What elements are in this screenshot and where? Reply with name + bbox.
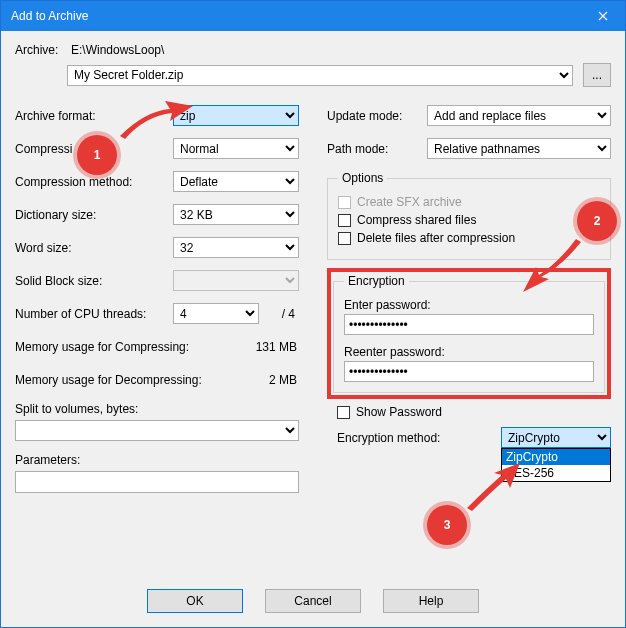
mem-compress-value: 131 MB — [256, 340, 299, 354]
mem-decompress-value: 2 MB — [269, 373, 299, 387]
cpu-threads-select[interactable]: 4 — [173, 303, 259, 324]
split-volumes-label: Split to volumes, bytes: — [15, 402, 138, 416]
dictionary-size-label: Dictionary size: — [15, 208, 173, 222]
update-mode-select[interactable]: Add and replace files — [427, 105, 611, 126]
solid-block-select — [173, 270, 299, 291]
archive-path-row: Archive: E:\WindowsLoop\ — [15, 43, 611, 57]
cpu-threads-label: Number of CPU threads: — [15, 307, 173, 321]
compression-method-select[interactable]: Deflate — [173, 171, 299, 192]
parameters-input[interactable] — [15, 471, 299, 493]
cancel-button[interactable]: Cancel — [265, 589, 361, 613]
ok-button[interactable]: OK — [147, 589, 243, 613]
dictionary-size-select[interactable]: 32 KB — [173, 204, 299, 225]
archive-path: E:\WindowsLoop\ — [67, 43, 611, 57]
solid-block-label: Solid Block size: — [15, 274, 173, 288]
word-size-select[interactable]: 32 — [173, 237, 299, 258]
annotation-arrow-1 — [115, 101, 195, 144]
split-volumes-select[interactable] — [15, 420, 299, 441]
encryption-method-label: Encryption method: — [337, 431, 493, 445]
enter-password-label: Enter password: — [344, 298, 594, 312]
options-legend: Options — [338, 171, 387, 185]
path-mode-label: Path mode: — [327, 142, 427, 156]
left-column: Archive format: zip Compressi Normal Com… — [15, 105, 299, 493]
help-button[interactable]: Help — [383, 589, 479, 613]
ellipsis-icon: ... — [592, 68, 602, 82]
encryption-method-select[interactable]: ZipCrypto — [501, 427, 611, 448]
annotation-badge-2: 2 — [577, 201, 617, 241]
update-mode-label: Update mode: — [327, 109, 427, 123]
enter-password-input[interactable] — [344, 314, 594, 335]
compression-method-label: Compression method: — [15, 175, 173, 189]
close-icon — [598, 11, 608, 21]
archive-label: Archive: — [15, 43, 67, 57]
content-area: Archive: E:\WindowsLoop\ My Secret Folde… — [1, 31, 625, 571]
show-password-checkbox[interactable]: Show Password — [337, 405, 611, 419]
cpu-threads-total: / 4 — [259, 307, 295, 321]
reenter-password-input[interactable] — [344, 361, 594, 382]
annotation-arrow-2 — [521, 237, 591, 300]
window-title: Add to Archive — [11, 9, 88, 23]
annotation-badge-3: 3 — [427, 505, 467, 545]
archive-filename-select[interactable]: My Secret Folder.zip — [67, 65, 573, 86]
sfx-checkbox: Create SFX archive — [338, 195, 600, 209]
button-bar: OK Cancel Help — [1, 589, 625, 613]
mem-decompress-label: Memory usage for Decompressing: — [15, 373, 269, 387]
word-size-label: Word size: — [15, 241, 173, 255]
path-mode-select[interactable]: Relative pathnames — [427, 138, 611, 159]
encryption-legend: Encryption — [344, 274, 409, 288]
close-button[interactable] — [581, 1, 625, 31]
right-column: Update mode: Add and replace files Path … — [327, 105, 611, 493]
annotation-badge-1: 1 — [77, 135, 117, 175]
archive-file-row: My Secret Folder.zip ... — [15, 63, 611, 87]
annotation-arrow-3 — [462, 463, 522, 516]
reenter-password-label: Reenter password: — [344, 345, 594, 359]
titlebar: Add to Archive — [1, 1, 625, 31]
browse-button[interactable]: ... — [583, 63, 611, 87]
compress-shared-checkbox[interactable]: Compress shared files — [338, 213, 600, 227]
mem-compress-label: Memory usage for Compressing: — [15, 340, 256, 354]
dialog-window: Add to Archive Archive: E:\WindowsLoop\ … — [0, 0, 626, 628]
parameters-label: Parameters: — [15, 453, 299, 467]
